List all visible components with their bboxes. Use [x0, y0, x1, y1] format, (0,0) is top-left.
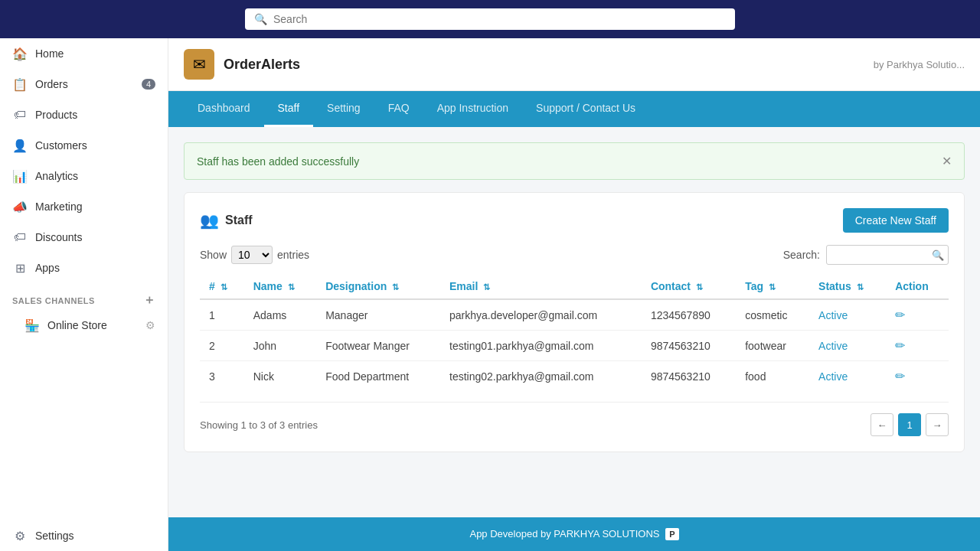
next-page-button[interactable]: →	[926, 413, 949, 436]
table-controls: Show 102550100 entries Search: 🔍	[200, 245, 949, 265]
sidebar-item-settings[interactable]: ⚙ Settings	[0, 520, 168, 551]
cell-action: ✏	[886, 361, 949, 392]
nav-tabs: DashboardStaffSettingFAQApp InstructionS…	[168, 91, 980, 127]
alert-message: Staff has been added successfully	[197, 155, 359, 168]
tab-dashboard[interactable]: Dashboard	[184, 91, 264, 127]
cell-email: testing02.parkhya@gmail.com	[440, 361, 642, 392]
cell-action: ✏	[886, 331, 949, 361]
cell-email: testing01.parkhya@gmail.com	[440, 331, 642, 361]
cell-name: Nick	[244, 361, 316, 392]
sidebar-label-products: Products	[35, 109, 77, 121]
sidebar-item-products[interactable]: 🏷 Products	[0, 99, 168, 130]
app-title: OrderAlerts	[224, 57, 300, 73]
online-store-settings-icon[interactable]: ⚙	[145, 319, 155, 331]
col-contact[interactable]: Contact ⇅	[642, 274, 736, 299]
cell-email: parkhya.developer@gmail.com	[440, 299, 642, 331]
card-title: 👥 Staff	[200, 211, 253, 230]
tab-app-instruction[interactable]: App Instruction	[423, 91, 522, 127]
cell-status: Active	[809, 361, 886, 392]
col-action[interactable]: Action	[886, 274, 949, 299]
col-email[interactable]: Email ⇅	[440, 274, 642, 299]
col-#[interactable]: # ⇅	[200, 274, 244, 299]
entries-count-select[interactable]: 102550100	[231, 246, 273, 264]
pagination-controls: ← 1 →	[871, 413, 949, 436]
home-icon: 🏠	[12, 46, 28, 61]
sidebar-sub-item-online-store[interactable]: 🏪 Online Store ⚙	[0, 311, 168, 339]
content-area: Staff has been added successfully ✕ 👥 St…	[168, 127, 980, 517]
sort-icon: ⇅	[483, 282, 490, 292]
table-search-icon: 🔍	[932, 249, 944, 261]
col-name[interactable]: Name ⇅	[244, 274, 316, 299]
search-icon: 🔍	[254, 13, 267, 25]
cell-designation: Food Department	[316, 361, 440, 392]
show-entries-control: Show 102550100 entries	[200, 246, 309, 264]
tab-staff[interactable]: Staff	[264, 91, 314, 127]
cell-contact: 9874563210	[642, 361, 736, 392]
table-row: 2 John Footwear Manger testing01.parkhya…	[200, 331, 949, 361]
sidebar-item-home[interactable]: 🏠 Home	[0, 38, 168, 69]
cell-name: Adams	[244, 299, 316, 331]
sidebar-item-marketing[interactable]: 📣 Marketing	[0, 191, 168, 222]
app-header: ✉ OrderAlerts by Parkhya Solutio...	[168, 38, 980, 91]
products-icon: 🏷	[12, 107, 28, 122]
online-store-icon: 🏪	[24, 318, 40, 333]
sidebar-item-discounts[interactable]: 🏷 Discounts	[0, 222, 168, 253]
customers-icon: 👤	[12, 138, 28, 153]
edit-action-icon[interactable]: ✏	[895, 308, 905, 321]
settings-icon: ⚙	[12, 528, 28, 543]
tab-faq[interactable]: FAQ	[374, 91, 423, 127]
footer-logo: P	[665, 528, 678, 540]
cell-tag: cosmetic	[736, 299, 809, 331]
sort-icon: ⇅	[220, 282, 227, 292]
pagination-info: Showing 1 to 3 of 3 entries	[200, 419, 318, 431]
tab-support[interactable]: Support / Contact Us	[522, 91, 649, 127]
staff-icon: 👥	[200, 211, 219, 230]
pagination: Showing 1 to 3 of 3 entries ← 1 →	[200, 402, 949, 436]
marketing-icon: 📣	[12, 199, 28, 214]
sort-icon: ⇅	[857, 282, 864, 292]
search-input[interactable]	[273, 13, 726, 25]
cell-tag: food	[736, 361, 809, 392]
table-search-control: Search: 🔍	[783, 245, 949, 265]
cell-contact: 1234567890	[642, 299, 736, 331]
cell-action: ✏	[886, 299, 949, 331]
sidebar-label-analytics: Analytics	[35, 170, 78, 182]
sidebar-label-settings: Settings	[35, 530, 74, 542]
sidebar-item-customers[interactable]: 👤 Customers	[0, 130, 168, 161]
edit-action-icon[interactable]: ✏	[895, 339, 905, 352]
success-alert: Staff has been added successfully ✕	[184, 142, 965, 180]
table-search-input[interactable]	[826, 245, 949, 265]
cell-status: Active	[809, 331, 886, 361]
alert-close-button[interactable]: ✕	[942, 154, 952, 168]
cell-num: 2	[200, 331, 244, 361]
apps-icon: ⊞	[12, 260, 28, 276]
col-designation[interactable]: Designation ⇅	[316, 274, 440, 299]
sidebar-item-orders[interactable]: 📋 Orders 4	[0, 69, 168, 99]
col-tag[interactable]: Tag ⇅	[736, 274, 809, 299]
sidebar-item-apps[interactable]: ⊞ Apps	[0, 253, 168, 283]
cell-tag: footwear	[736, 331, 809, 361]
sidebar: 🏠 Home 📋 Orders 4 🏷 Products 👤 Customers…	[0, 38, 168, 551]
orders-icon: 📋	[12, 77, 28, 92]
create-new-staff-button[interactable]: Create New Staff	[843, 208, 949, 233]
cell-num: 1	[200, 299, 244, 331]
cell-name: John	[244, 331, 316, 361]
page-1-button[interactable]: 1	[898, 413, 921, 436]
footer: App Developed by PARKHYA SOLUTIONS P	[168, 517, 980, 551]
prev-page-button[interactable]: ←	[871, 413, 893, 436]
card-header: 👥 Staff Create New Staff	[200, 208, 949, 233]
sort-icon: ⇅	[696, 282, 703, 292]
badge-orders: 4	[142, 79, 155, 90]
add-channel-icon[interactable]: ＋	[143, 292, 156, 308]
discounts-icon: 🏷	[12, 230, 28, 245]
sort-icon: ⇅	[769, 282, 776, 292]
footer-text: App Developed by PARKHYA SOLUTIONS	[469, 528, 659, 540]
app-logo: ✉	[184, 49, 214, 80]
app-by-text: by Parkhya Solutio...	[874, 59, 965, 70]
search-bar[interactable]: 🔍	[245, 8, 735, 30]
col-status[interactable]: Status ⇅	[809, 274, 886, 299]
sidebar-item-analytics[interactable]: 📊 Analytics	[0, 161, 168, 191]
analytics-icon: 📊	[12, 168, 28, 184]
tab-setting[interactable]: Setting	[313, 91, 374, 127]
edit-action-icon[interactable]: ✏	[895, 370, 905, 383]
